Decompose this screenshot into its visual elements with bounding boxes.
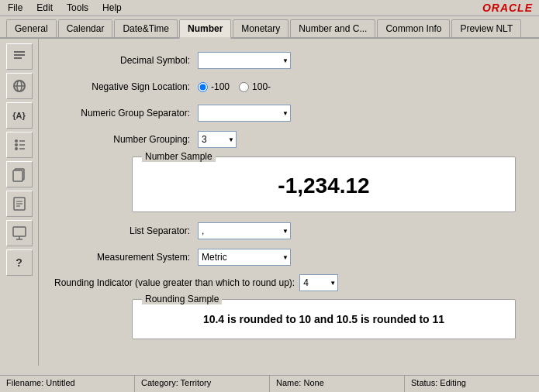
status-category: Category: Territory <box>135 376 270 392</box>
menu-edit[interactable]: Edit <box>35 2 54 14</box>
number-grouping-row: Number Grouping: 3 2 4 <box>54 130 523 149</box>
main-layout: {A} ? Decimal Symbol: . <box>0 39 539 366</box>
decimal-symbol-select[interactable]: . , <box>198 52 291 69</box>
numeric-group-row: Numeric Group Separator: , . <box>54 104 523 122</box>
tab-common-info[interactable]: Common Info <box>377 19 450 37</box>
menu-tools[interactable]: Tools <box>65 2 90 14</box>
svg-point-8 <box>15 143 18 146</box>
svg-point-10 <box>15 147 18 150</box>
numeric-group-control: , . <box>198 105 291 122</box>
rounding-sample-box: Rounding Sample 10.4 is rounded to 10 an… <box>132 299 516 339</box>
measurement-label: Measurement System: <box>54 252 198 263</box>
number-grouping-label: Number Grouping: <box>54 134 198 145</box>
number-sample-legend: Number Sample <box>142 151 216 162</box>
negative-sign-radio2[interactable] <box>239 82 249 92</box>
decimal-symbol-wrapper[interactable]: . , <box>198 52 291 69</box>
sidebar-btn-5[interactable] <box>6 161 33 187</box>
status-name: Name: None <box>270 376 405 392</box>
sidebar-btn-2[interactable] <box>6 73 33 99</box>
sidebar-btn-1[interactable] <box>6 43 33 70</box>
tab-general[interactable]: General <box>6 19 57 37</box>
status-bar: Filename: Untitled Category: Territory N… <box>0 375 539 392</box>
rounding-value-select[interactable]: 4 5 3 <box>299 274 338 291</box>
numeric-group-wrapper[interactable]: , . <box>198 105 291 122</box>
status-filename: Filename: Untitled <box>0 376 135 392</box>
negative-sign-label: Negative Sign Location: <box>54 81 198 92</box>
svg-rect-2 <box>14 57 22 59</box>
svg-rect-13 <box>13 170 22 181</box>
list-separator-wrapper[interactable]: , ; <box>198 222 291 239</box>
number-grouping-control: 3 2 4 <box>198 131 237 148</box>
svg-rect-0 <box>14 51 25 53</box>
sidebar-btn-4[interactable] <box>6 132 33 158</box>
sidebar-btn-3[interactable]: {A} <box>6 102 33 129</box>
negative-sign-option2-label[interactable]: 100- <box>239 81 271 92</box>
tab-number[interactable]: Number <box>179 19 231 39</box>
tab-number-c[interactable]: Number and C... <box>290 19 375 37</box>
menu-items: File Edit Tools Help <box>6 2 123 14</box>
rounding-sample-value: 10.4 is rounded to 10 and 10.5 is rounde… <box>133 300 515 339</box>
number-grouping-wrapper[interactable]: 3 2 4 <box>198 131 237 148</box>
negative-sign-option2-text: 100- <box>252 81 271 92</box>
list-separator-control: , ; <box>198 222 291 239</box>
numeric-group-select[interactable]: , . <box>198 105 291 122</box>
tab-preview-nlt[interactable]: Preview NLT <box>451 19 521 37</box>
rounding-indicator-row: Rounding Indicator (value greater than w… <box>54 274 523 291</box>
negative-sign-option1-label[interactable]: -100 <box>198 81 230 92</box>
tab-datetime[interactable]: Date&Time <box>114 19 178 37</box>
status-editing: Status: Editing <box>405 376 539 392</box>
svg-rect-18 <box>13 227 26 236</box>
menu-bar: File Edit Tools Help ORACLE <box>0 0 539 16</box>
number-grouping-select[interactable]: 3 2 4 <box>198 131 237 148</box>
list-separator-row: List Separator: , ; <box>54 222 523 240</box>
tab-calendar[interactable]: Calendar <box>58 19 113 37</box>
decimal-symbol-row: Decimal Symbol: . , <box>54 51 523 70</box>
sidebar-btn-7[interactable] <box>6 220 33 246</box>
svg-point-6 <box>15 139 18 143</box>
menu-help[interactable]: Help <box>101 2 123 14</box>
sidebar: {A} ? <box>0 39 39 366</box>
measurement-select[interactable]: Metric US UK <box>198 249 291 266</box>
negative-sign-row: Negative Sign Location: -100 100- <box>54 77 523 96</box>
negative-sign-radio1[interactable] <box>198 82 208 92</box>
content-area: Decimal Symbol: . , Negative Sign Locati… <box>39 39 539 366</box>
oracle-logo: ORACLE <box>482 2 533 14</box>
list-separator-select[interactable]: , ; <box>198 222 291 239</box>
svg-rect-1 <box>14 54 25 56</box>
rounding-value-wrapper[interactable]: 4 5 3 <box>299 274 338 291</box>
measurement-control: Metric US UK <box>198 249 291 266</box>
numeric-group-label: Numeric Group Separator: <box>54 108 198 119</box>
number-sample-value: -1,234.12 <box>133 157 515 211</box>
decimal-symbol-control: . , <box>198 52 291 69</box>
rounding-indicator-label: Rounding Indicator (value greater than w… <box>54 277 295 288</box>
negative-sign-control: -100 100- <box>198 81 271 92</box>
list-separator-label: List Separator: <box>54 225 198 236</box>
number-sample-box: Number Sample -1,234.12 <box>132 156 516 212</box>
sidebar-btn-6[interactable] <box>6 191 33 217</box>
negative-sign-option1-text: -100 <box>211 81 230 92</box>
tab-monetary[interactable]: Monetary <box>233 19 289 37</box>
measurement-wrapper[interactable]: Metric US UK <box>198 249 291 266</box>
sidebar-help-btn[interactable]: ? <box>6 249 33 276</box>
measurement-row: Measurement System: Metric US UK <box>54 248 523 266</box>
rounding-sample-legend: Rounding Sample <box>142 294 222 304</box>
tab-bar: General Calendar Date&Time Number Moneta… <box>0 16 539 39</box>
menu-file[interactable]: File <box>6 2 24 14</box>
decimal-symbol-label: Decimal Symbol: <box>54 55 198 66</box>
